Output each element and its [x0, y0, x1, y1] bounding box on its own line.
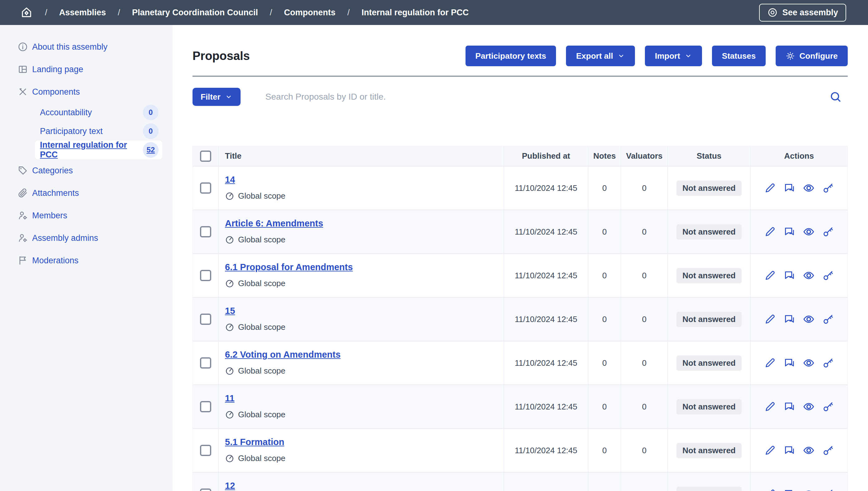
- edit-icon[interactable]: [764, 444, 776, 457]
- published-at-cell: 11/10/2024 12:45: [504, 298, 588, 341]
- see-assembly-button[interactable]: See assembly: [759, 4, 846, 22]
- valuators-count: 0: [621, 167, 668, 209]
- sidebar-item-label: Assembly admins: [32, 233, 98, 243]
- participatory-texts-button[interactable]: Participatory texts: [466, 46, 556, 66]
- preview-icon[interactable]: [803, 313, 815, 325]
- breadcrumb-components[interactable]: Components: [284, 8, 335, 18]
- search-input[interactable]: [241, 92, 829, 102]
- sidebar-item-components[interactable]: Components: [0, 81, 173, 103]
- select-all-checkbox[interactable]: [200, 150, 211, 162]
- edit-icon[interactable]: [764, 313, 776, 325]
- preview-icon[interactable]: [803, 488, 815, 491]
- row-checkbox[interactable]: [200, 445, 211, 456]
- preview-icon[interactable]: [803, 357, 815, 369]
- notes-count: 0: [588, 210, 621, 253]
- permissions-key-icon[interactable]: [822, 269, 834, 282]
- row-checkbox[interactable]: [200, 357, 211, 369]
- preview-icon[interactable]: [803, 444, 815, 457]
- proposal-title-link[interactable]: 6.2 Voting on Amendments: [225, 349, 341, 360]
- permissions-key-icon[interactable]: [822, 182, 834, 194]
- valuators-count: 0: [621, 210, 668, 253]
- breadcrumb-assembly-name[interactable]: Planetary Coordination Council: [132, 8, 258, 18]
- row-select-cell: [193, 341, 219, 384]
- proposal-title-link[interactable]: 11: [225, 393, 235, 404]
- sidebar-item-participatory-text[interactable]: Participatory text 0: [35, 122, 162, 141]
- proposal-title-link[interactable]: 14: [225, 175, 235, 185]
- sidebar-item-members[interactable]: Members: [0, 204, 173, 227]
- answer-icon[interactable]: [783, 488, 796, 491]
- edit-icon[interactable]: [764, 226, 776, 238]
- status-badge: Not answered: [676, 180, 742, 196]
- edit-icon[interactable]: [764, 269, 776, 282]
- answer-icon[interactable]: [783, 269, 796, 282]
- sidebar-item-categories[interactable]: Categories: [0, 159, 173, 182]
- column-header-published-at: Published at: [504, 146, 588, 166]
- select-all-cell: [193, 146, 219, 166]
- edit-icon[interactable]: [764, 357, 776, 369]
- tools-icon: [17, 87, 28, 97]
- row-checkbox[interactable]: [200, 182, 211, 194]
- status-cell: Not answered: [668, 341, 751, 384]
- sidebar-item-attachments[interactable]: Attachments: [0, 182, 173, 204]
- sidebar-item-label: Participatory text: [40, 126, 103, 136]
- proposal-title-link[interactable]: 5.1 Formation: [225, 437, 284, 447]
- valuators-count: 0: [621, 298, 668, 341]
- proposal-title-link[interactable]: 12: [225, 481, 235, 491]
- edit-icon[interactable]: [764, 182, 776, 194]
- status-cell: Not answered: [668, 429, 751, 472]
- row-checkbox[interactable]: [200, 314, 211, 325]
- sidebar-item-moderations[interactable]: Moderations: [0, 249, 173, 272]
- breadcrumb-assemblies[interactable]: Assemblies: [59, 8, 106, 18]
- answer-icon[interactable]: [783, 400, 796, 413]
- answer-icon[interactable]: [783, 313, 796, 325]
- sidebar-item-about[interactable]: About this assembly: [0, 36, 173, 58]
- export-all-button[interactable]: Export all: [566, 46, 634, 66]
- title-cell: 14 Global scope: [219, 167, 504, 209]
- gear-icon: [786, 51, 795, 61]
- preview-icon[interactable]: [803, 269, 815, 282]
- preview-icon[interactable]: [803, 400, 815, 413]
- answer-icon[interactable]: [783, 444, 796, 457]
- answer-icon[interactable]: [783, 182, 796, 194]
- permissions-key-icon[interactable]: [822, 357, 834, 369]
- statuses-button[interactable]: Statuses: [712, 46, 766, 66]
- search-icon[interactable]: [829, 90, 842, 104]
- proposal-title-link[interactable]: Article 6: Amendments: [225, 218, 323, 229]
- app-window: / Assemblies / Planetary Coordination Co…: [0, 0, 868, 491]
- permissions-key-icon[interactable]: [822, 313, 834, 325]
- proposal-title-link[interactable]: 6.1 Proposal for Amendments: [225, 262, 353, 272]
- row-checkbox[interactable]: [200, 270, 211, 281]
- proposal-title-link[interactable]: 15: [225, 306, 235, 316]
- breadcrumb-current-component[interactable]: Internal regulation for PCC: [362, 8, 469, 18]
- import-button[interactable]: Import: [645, 46, 702, 66]
- edit-icon[interactable]: [764, 400, 776, 413]
- global-scope-icon: [225, 279, 234, 288]
- scope-label: Global scope: [238, 191, 285, 201]
- configure-button[interactable]: Configure: [776, 46, 848, 66]
- global-scope-icon: [225, 323, 234, 332]
- row-checkbox[interactable]: [200, 489, 211, 491]
- sidebar-item-assembly-admins[interactable]: Assembly admins: [0, 227, 173, 249]
- permissions-key-icon[interactable]: [822, 226, 834, 238]
- filter-button[interactable]: Filter: [192, 88, 241, 106]
- sidebar-item-internal-regulation[interactable]: Internal regulation for PCC 52: [35, 141, 162, 159]
- permissions-key-icon[interactable]: [822, 444, 834, 457]
- preview-icon[interactable]: [803, 182, 815, 194]
- answer-icon[interactable]: [783, 226, 796, 238]
- global-scope-icon: [225, 366, 234, 376]
- edit-icon[interactable]: [764, 488, 776, 491]
- preview-icon[interactable]: [803, 226, 815, 238]
- actions-cell: [751, 341, 847, 384]
- scope-label: Global scope: [238, 235, 285, 244]
- row-checkbox[interactable]: [200, 226, 211, 237]
- home-icon[interactable]: [20, 6, 33, 19]
- valuators-count: 0: [621, 385, 668, 428]
- title-cell: 15 Global scope: [219, 298, 504, 341]
- answer-icon[interactable]: [783, 357, 796, 369]
- permissions-key-icon[interactable]: [822, 488, 834, 491]
- sidebar-item-landing-page[interactable]: Landing page: [0, 58, 173, 81]
- permissions-key-icon[interactable]: [822, 400, 834, 413]
- sidebar-item-accountability[interactable]: Accountability 0: [35, 103, 162, 122]
- row-checkbox[interactable]: [200, 401, 211, 412]
- count-badge: 0: [143, 123, 158, 139]
